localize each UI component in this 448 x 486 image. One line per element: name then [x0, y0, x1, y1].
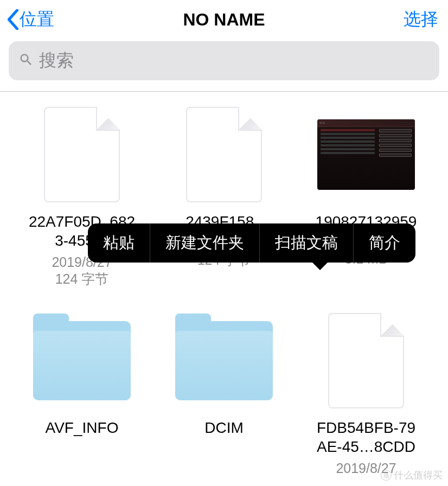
item-size: 124 字节 [55, 270, 109, 288]
file-thumbnail: 13:29 [317, 106, 415, 203]
search-input[interactable]: 搜索 [9, 41, 439, 80]
file-grid: 22A7F05D_6823-455… 2019/8/27 124 字节 2439… [0, 92, 448, 476]
watermark-badge-icon: 值 [381, 470, 392, 481]
context-menu: 粘贴 新建文件夹 扫描文稿 简介 [88, 223, 415, 263]
paste-menu-item[interactable]: 粘贴 [88, 223, 150, 263]
new-folder-menu-item[interactable]: 新建文件夹 [150, 223, 259, 263]
watermark-text: 什么值得买 [394, 469, 443, 482]
page-title: NO NAME [183, 10, 265, 30]
context-menu-arrow-icon [311, 261, 329, 270]
folder-item[interactable]: AVF_INFO [16, 312, 148, 476]
document-icon [186, 107, 262, 202]
file-item[interactable]: FDB54BFB-79AE-45…8CDD 2019/8/27 [300, 312, 432, 476]
file-thumbnail [175, 106, 273, 203]
document-icon [44, 107, 120, 202]
chevron-left-icon [7, 9, 20, 30]
item-name: AVF_INFO [46, 418, 119, 437]
search-icon [18, 52, 34, 69]
document-icon [328, 313, 404, 408]
folder-icon [33, 321, 131, 400]
item-name: FDB54BFB-79AE-45…8CDD [317, 418, 415, 456]
item-name: DCIM [204, 418, 244, 437]
folder-thumbnail [175, 312, 273, 410]
folder-icon [175, 321, 273, 400]
back-label: 位置 [20, 8, 54, 31]
image-preview-icon: 13:29 [317, 119, 415, 190]
folder-item[interactable]: DCIM [158, 312, 290, 476]
folder-thumbnail [33, 312, 131, 410]
watermark: 值 什么值得买 [381, 469, 443, 482]
navigation-bar: 位置 NO NAME 选择 [0, 0, 448, 41]
search-wrapper: 搜索 [0, 41, 448, 91]
info-menu-item[interactable]: 简介 [354, 223, 415, 263]
file-thumbnail [317, 312, 415, 410]
select-button[interactable]: 选择 [404, 8, 438, 31]
scan-menu-item[interactable]: 扫描文稿 [260, 223, 353, 263]
search-placeholder: 搜索 [39, 49, 74, 73]
file-thumbnail [33, 106, 131, 203]
back-button[interactable]: 位置 [7, 8, 54, 31]
